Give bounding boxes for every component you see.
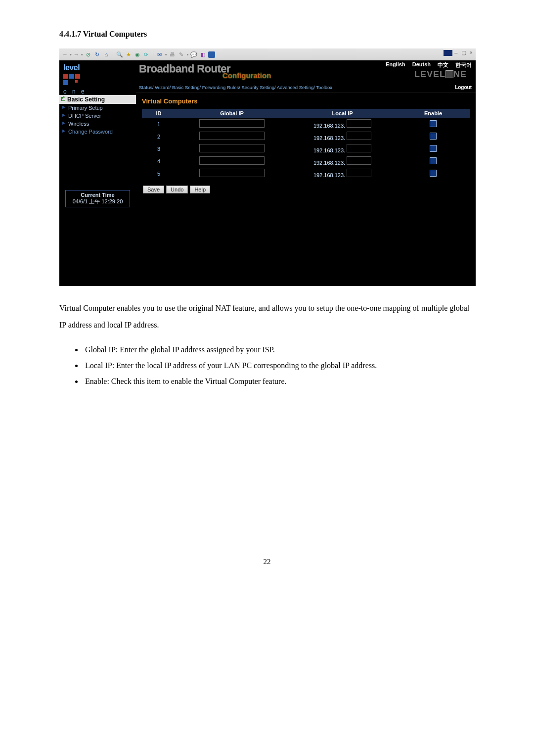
global-ip-input[interactable]: [199, 156, 265, 165]
browser-toolbar: ← • → • ⊘ ↻ ⌂ 🔍 ★ ◉ ⟳ ✉ • 🖶 ✎ • 💬 ◧ – ▢ …: [59, 48, 476, 60]
sidebar-item-dhcp-server[interactable]: DHCP Server: [59, 112, 136, 120]
logo-subtext: o n e: [59, 88, 136, 95]
lang-korean[interactable]: 한국어: [455, 61, 472, 69]
undo-button[interactable]: Undo: [166, 186, 188, 193]
table-row: 5192.168.123.: [142, 167, 470, 180]
lang-switch: English Deutsh 中文 한국어: [386, 61, 472, 69]
logo-squares-icon: [63, 74, 132, 79]
sidebar-item-change-password[interactable]: Change Password: [59, 128, 136, 136]
toolbar-dot-icon: •: [70, 51, 72, 57]
lang-chinese[interactable]: 中文: [438, 61, 448, 69]
breadcrumb[interactable]: Status/ Wizard/ Basic Setting/ Forwardin…: [139, 85, 332, 90]
button-row: Save Undo Help: [143, 186, 476, 193]
header-title: Broadband Router: [139, 62, 230, 75]
logo-squares-icon: [63, 80, 132, 85]
refresh-icon[interactable]: ↻: [94, 51, 101, 58]
local-ip-input[interactable]: [347, 156, 371, 165]
ip-prefix: 192.168.123.: [313, 135, 345, 141]
minimize-maximize-close-icons[interactable]: – ▢ ×: [454, 49, 474, 56]
cell-local-ip: 192.168.123.: [288, 155, 397, 167]
toolbar-dot-icon: •: [81, 51, 83, 57]
cell-id: 5: [142, 167, 176, 180]
stop-icon[interactable]: ⊘: [85, 51, 92, 58]
cell-enable: [397, 167, 470, 180]
local-ip-input[interactable]: [347, 144, 371, 152]
back-arrow-icon[interactable]: ←: [62, 51, 68, 57]
page-number: 22: [59, 558, 475, 566]
cell-enable: [397, 155, 470, 167]
toolbar-dot-icon: •: [187, 51, 189, 57]
edit-icon[interactable]: ✎: [178, 51, 185, 58]
enable-checkbox[interactable]: [430, 170, 437, 177]
sidebar: level o n e Basic Setting Primary Setup …: [59, 60, 136, 286]
cell-enable: [397, 118, 470, 130]
cell-global-ip: [176, 130, 288, 142]
cell-id: 3: [142, 142, 176, 155]
current-time-label: Current Time: [68, 192, 128, 198]
cell-local-ip: 192.168.123.: [288, 167, 397, 180]
header-subtitle: Configuration: [222, 71, 271, 80]
col-enable: Enable: [397, 109, 470, 118]
enable-checkbox[interactable]: [430, 133, 437, 140]
col-id: ID: [142, 109, 176, 118]
print-icon[interactable]: 🖶: [169, 51, 176, 58]
app-block-icon[interactable]: [208, 51, 215, 58]
bullet-list: Global IP: Enter the global IP address a…: [83, 342, 475, 389]
messenger-icon[interactable]: ◧: [199, 51, 206, 58]
help-button[interactable]: Help: [190, 186, 210, 193]
ip-prefix: 192.168.123.: [313, 172, 345, 178]
col-global-ip: Global IP: [176, 109, 288, 118]
search-icon[interactable]: 🔍: [116, 51, 123, 58]
toolbar-separator: [113, 50, 113, 58]
bullet-enable: Enable: Check this item to enable the Vi…: [83, 374, 475, 389]
media-icon[interactable]: ◉: [134, 51, 141, 58]
favorites-icon[interactable]: ★: [125, 51, 132, 58]
window-controls: – ▢ ×: [444, 49, 474, 56]
global-ip-input[interactable]: [199, 144, 265, 152]
cell-enable: [397, 142, 470, 155]
home-icon[interactable]: ⌂: [103, 51, 110, 58]
sidebar-item-primary-setup[interactable]: Primary Setup: [59, 104, 136, 112]
lang-english[interactable]: English: [386, 61, 405, 69]
history-icon[interactable]: ⟳: [143, 51, 150, 58]
bullet-global-ip: Global IP: Enter the global IP address a…: [83, 342, 475, 358]
global-ip-input[interactable]: [199, 169, 265, 177]
cell-global-ip: [176, 118, 288, 130]
toolbar-separator: [153, 50, 153, 58]
local-ip-input[interactable]: [347, 132, 371, 140]
main-panel: Broadband Router Configuration English D…: [136, 60, 476, 286]
current-time-value: 04/6/1 上午 12:29:20: [68, 198, 128, 205]
forward-arrow-icon[interactable]: →: [74, 51, 79, 57]
logo: level: [59, 60, 136, 87]
ip-prefix: 192.168.123.: [313, 123, 345, 129]
mail-icon[interactable]: ✉: [156, 51, 163, 58]
cell-id: 1: [142, 118, 176, 130]
logout-link[interactable]: Logout: [455, 85, 472, 90]
global-ip-input[interactable]: [199, 119, 265, 128]
enable-checkbox[interactable]: [430, 120, 437, 127]
lang-flag-icon[interactable]: [444, 50, 452, 56]
bullet-local-ip: Local IP: Enter the local IP address of …: [83, 358, 475, 374]
enable-checkbox[interactable]: [430, 157, 437, 164]
section-label: Virtual Computers: [136, 93, 476, 109]
sidebar-section-basic-setting[interactable]: Basic Setting: [59, 95, 136, 104]
table-row: 3192.168.123.: [142, 142, 470, 155]
cell-local-ip: 192.168.123.: [288, 142, 397, 155]
save-button[interactable]: Save: [143, 186, 164, 193]
local-ip-input[interactable]: [347, 169, 371, 177]
cell-id: 2: [142, 130, 176, 142]
lang-deutsch[interactable]: Deutsh: [412, 61, 431, 69]
global-ip-input[interactable]: [199, 132, 265, 140]
cell-local-ip: 192.168.123.: [288, 130, 397, 142]
discuss-icon[interactable]: 💬: [190, 51, 197, 58]
description-paragraph: Virtual Computer enables you to use the …: [59, 300, 475, 333]
ip-prefix: 192.168.123.: [313, 147, 345, 153]
cell-enable: [397, 130, 470, 142]
local-ip-input[interactable]: [347, 119, 371, 128]
cell-global-ip: [176, 142, 288, 155]
enable-checkbox[interactable]: [430, 145, 437, 152]
sidebar-item-wireless[interactable]: Wireless: [59, 120, 136, 128]
content-area: level o n e Basic Setting Primary Setup …: [59, 60, 476, 286]
virtual-computers-table: ID Global IP Local IP Enable 1192.168.12…: [142, 109, 470, 180]
cell-id: 4: [142, 155, 176, 167]
